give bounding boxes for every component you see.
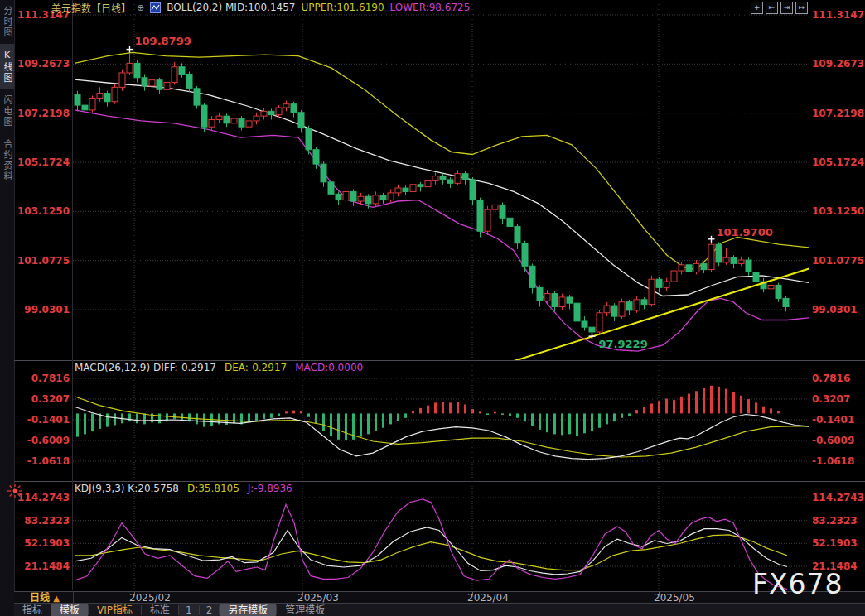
macd-hist-readout: MACD:0.0000 bbox=[295, 362, 363, 373]
bottom-toolbar: 指标模板VIP指标标准12另存模板管理模板 bbox=[14, 603, 865, 616]
y-axis-label: 107.2198 bbox=[812, 108, 863, 119]
boll-mid-readout: BOLL(20,2) MID:100.1457 bbox=[167, 2, 295, 13]
panel-divider-2 bbox=[14, 481, 865, 482]
toolbar-item-2[interactable]: 模板 bbox=[51, 604, 88, 616]
y-axis-label: 101.0775 bbox=[15, 255, 70, 267]
sidebar-tab-3[interactable]: 闪电图 bbox=[0, 89, 14, 133]
y-axis-label: -1.0618 bbox=[15, 455, 70, 467]
toolbar-item-7[interactable]: 另存模板 bbox=[220, 604, 276, 616]
y-axis-label: 105.1724 bbox=[15, 156, 70, 168]
toolbar-item-3[interactable]: VIP指标 bbox=[89, 604, 141, 616]
boll-indicator-icon bbox=[150, 2, 161, 13]
left-sidebar: 分时图K线图闪电图合约资料 bbox=[0, 0, 15, 616]
y-axis-label: 52.1903 bbox=[15, 537, 70, 549]
y-axis-label: -1.0618 bbox=[812, 455, 863, 467]
y-axis-label: 83.2323 bbox=[812, 515, 863, 527]
y-axis-label: 21.1484 bbox=[15, 561, 70, 572]
period-arrow-icon: ▲ bbox=[53, 594, 60, 603]
y-axis-label: 52.1903 bbox=[812, 537, 863, 549]
chart-header: 美元指数【日线】 ⊕ BOLL(20,2) MID:100.1457 UPPER… bbox=[51, 1, 470, 14]
toolbar-item-8[interactable]: 管理模板 bbox=[277, 604, 333, 616]
toolbar-item-1[interactable]: 指标 bbox=[14, 604, 51, 616]
toolbar-item-5[interactable]: 1 bbox=[179, 604, 199, 616]
y-axis-label: 109.2673 bbox=[812, 58, 863, 70]
zoom-out-icon[interactable]: ⇤ bbox=[766, 2, 778, 14]
sidebar-tab-4[interactable]: 合约资料 bbox=[0, 133, 14, 188]
y-axis-label: 105.1724 bbox=[812, 156, 863, 168]
y-axis-label: 103.1250 bbox=[812, 205, 863, 217]
panel-divider-1 bbox=[14, 360, 865, 361]
y-axis-label: 83.2323 bbox=[15, 515, 70, 527]
boll-upper-readout: UPPER:101.6190 bbox=[301, 2, 384, 13]
y-axis-label: 0.3207 bbox=[812, 393, 863, 405]
period-label: 日线 bbox=[30, 592, 50, 604]
indicator-settings-icon[interactable]: ⊕ bbox=[137, 2, 144, 13]
y-axis-label: 114.2743 bbox=[812, 492, 863, 503]
sidebar-tab-2[interactable]: K线图 bbox=[0, 44, 14, 89]
scroll-right-icon[interactable]: ↦ bbox=[795, 2, 808, 14]
macd-diff-readout: MACD(26,12,9) DIFF:-0.2917 bbox=[75, 362, 216, 373]
sidebar-tab-1[interactable]: 分时图 bbox=[0, 0, 14, 44]
y-axis-label: 101.0775 bbox=[812, 255, 863, 267]
y-axis-label: -0.6009 bbox=[812, 435, 863, 446]
y-axis-label: 109.2673 bbox=[15, 58, 70, 70]
toolbar-item-6[interactable]: 2 bbox=[200, 604, 220, 616]
zoom-in-icon[interactable]: ⇥ bbox=[780, 2, 793, 14]
y-axis-label: 103.1250 bbox=[15, 205, 70, 217]
svg-text:109.8799: 109.8799 bbox=[135, 35, 191, 47]
y-axis-label: -0.6009 bbox=[15, 435, 70, 446]
svg-text:97.9229: 97.9229 bbox=[599, 338, 648, 350]
macd-dea-readout: DEA:-0.2917 bbox=[225, 362, 287, 373]
y-axis-label: 107.2198 bbox=[15, 108, 70, 119]
macd-header: MACD(26,12,9) DIFF:-0.2917 DEA:-0.2917 M… bbox=[75, 362, 363, 373]
macd-chart[interactable] bbox=[73, 361, 809, 480]
chart-toolbar: +⇤⇥↦ bbox=[751, 2, 808, 14]
period-selector[interactable]: 日线 ▲ bbox=[17, 592, 74, 604]
svg-text:101.9700: 101.9700 bbox=[717, 226, 773, 238]
y-axis-label: -0.1401 bbox=[812, 414, 863, 426]
y-axis-label: 0.7816 bbox=[15, 373, 70, 384]
y-axis-label: -0.1401 bbox=[15, 414, 70, 426]
symbol-title: 美元指数【日线】 bbox=[51, 1, 131, 15]
xaxis-bar: 日线 ▲ 2025/022025/032025/042025/05 bbox=[14, 591, 865, 604]
trading-app: 分时图K线图闪电图合约资料 美元指数【日线】 ⊕ BOLL(20,2) MID:… bbox=[0, 0, 865, 616]
crosshair-icon[interactable]: + bbox=[751, 2, 763, 14]
plot-right-border bbox=[809, 0, 809, 590]
kdj-d-readout: D:35.8105 bbox=[187, 483, 239, 494]
kdj-chart[interactable] bbox=[73, 482, 809, 591]
candlestick-chart[interactable]: 109.8799101.970097.9229 bbox=[73, 0, 809, 361]
boll-lower-readout: LOWER:98.6725 bbox=[390, 2, 471, 13]
y-axis-label: 0.3207 bbox=[15, 393, 70, 405]
y-axis-label: 99.0301 bbox=[15, 304, 70, 315]
kdj-k-readout: KDJ(9,3,3) K:20.5758 bbox=[75, 483, 179, 494]
watermark: FX678 bbox=[752, 568, 843, 600]
kdj-header: KDJ(9,3,3) K:20.5758 D:35.8105 J:-9.8936 bbox=[75, 483, 292, 494]
toolbar-item-4[interactable]: 标准 bbox=[142, 604, 178, 616]
kdj-j-readout: J:-9.8936 bbox=[248, 483, 292, 494]
y-axis-label: 99.0301 bbox=[812, 304, 863, 315]
y-axis-label: 0.7816 bbox=[812, 373, 863, 384]
y-axis-label: 111.3147 bbox=[812, 9, 863, 21]
y-axis-label: 114.2743 bbox=[15, 492, 70, 503]
plot-left-border bbox=[72, 0, 73, 590]
